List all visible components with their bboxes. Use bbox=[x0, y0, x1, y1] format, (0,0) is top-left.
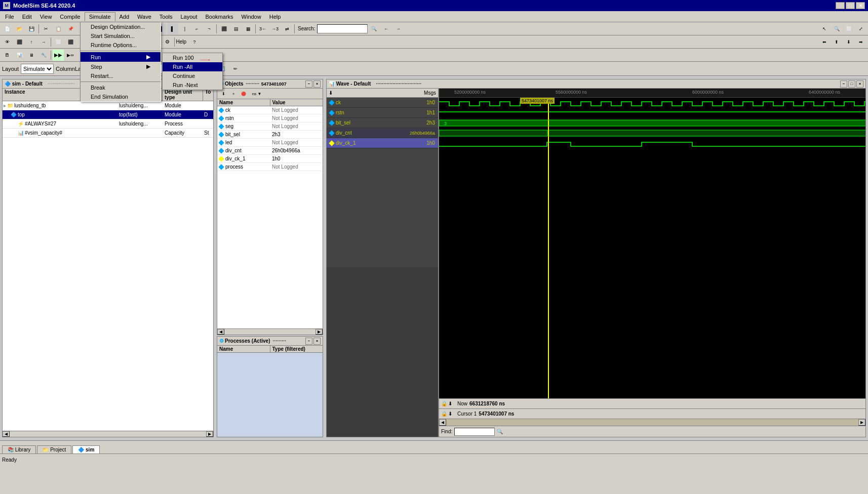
toolbar-more1[interactable]: ⬛ bbox=[218, 23, 229, 34]
run-100[interactable]: Run 100 bbox=[163, 53, 222, 62]
tb2-more1[interactable]: ⬜ bbox=[53, 36, 64, 48]
menu-tools[interactable]: Tools bbox=[155, 13, 177, 21]
obj-expand[interactable]: + bbox=[229, 90, 238, 98]
maximize-button[interactable]: □ bbox=[846, 2, 855, 9]
objects-panel-x[interactable]: × bbox=[313, 80, 321, 88]
table-row[interactable]: ▸ 📁 lushuideng_tb lushuideng... Module bbox=[3, 101, 213, 110]
close-button[interactable]: ✕ bbox=[856, 2, 865, 9]
tb2-right[interactable]: → bbox=[38, 36, 49, 48]
list-item[interactable]: ck Not Logged bbox=[217, 106, 323, 114]
tb2-far4[interactable]: ➡ bbox=[855, 36, 866, 48]
toolbar-new[interactable]: 📄 bbox=[2, 23, 13, 34]
obj-add[interactable]: 🔴 bbox=[239, 90, 248, 98]
table-row[interactable]: ⚡ #ALWAYS#27 lushuideng... Process bbox=[3, 119, 213, 129]
menu-help[interactable]: Help bbox=[265, 13, 285, 21]
search-go[interactable]: 🔍 bbox=[368, 23, 379, 34]
tab-sim[interactable]: 🔷 sim bbox=[72, 445, 100, 454]
table-row[interactable]: 🔷 top top(fast) Module D bbox=[3, 110, 213, 119]
search-input[interactable] bbox=[317, 24, 368, 33]
toolbar-open[interactable]: 📂 bbox=[14, 23, 25, 34]
toolbar-wave5[interactable]: ⌐ bbox=[191, 23, 203, 34]
menu-add[interactable]: Add bbox=[115, 13, 134, 21]
menu-layout[interactable]: Layout bbox=[177, 13, 202, 21]
tb3-1[interactable]: 🖹 bbox=[2, 50, 13, 61]
menu-break[interactable]: Break bbox=[81, 83, 161, 92]
toolbar-wave6[interactable]: ¬ bbox=[204, 23, 215, 34]
run-all[interactable]: Run -All bbox=[163, 62, 222, 71]
menu-restart[interactable]: Restart... bbox=[81, 71, 161, 80]
toolbar-zoom3[interactable]: ⇄ bbox=[282, 23, 293, 34]
search-next[interactable]: → bbox=[392, 23, 404, 34]
toolbar-zoom1[interactable]: 3← bbox=[257, 23, 268, 34]
tb2-2[interactable]: ⬛ bbox=[14, 36, 25, 48]
obj-ns[interactable]: ns ▼ bbox=[249, 90, 264, 98]
pointer-tool[interactable]: ↖ bbox=[819, 23, 830, 34]
tb3-3[interactable]: 🖥 bbox=[26, 50, 37, 61]
toolbar-more3[interactable]: ▦ bbox=[243, 23, 254, 34]
tb3-2[interactable]: 📊 bbox=[14, 50, 25, 61]
toolbar-paste[interactable]: 📌 bbox=[65, 23, 76, 34]
tb2-far2[interactable]: ⬆ bbox=[831, 36, 842, 48]
wave-panel-close[interactable]: − bbox=[840, 80, 847, 88]
zoom-tool[interactable]: 🔍 bbox=[831, 23, 842, 34]
toolbar-save[interactable]: 💾 bbox=[26, 23, 37, 34]
tb2-more2[interactable]: ⬛ bbox=[65, 36, 76, 48]
wave-panel-max[interactable]: □ bbox=[848, 80, 855, 88]
list-item[interactable]: div_ck_1 1h0 bbox=[217, 155, 323, 163]
list-item[interactable]: process Not Logged bbox=[217, 163, 323, 171]
run-continue[interactable]: Continue bbox=[163, 71, 222, 80]
wave-signal-row[interactable]: div_cnt 26h0b4966a bbox=[327, 128, 438, 138]
layout-btn5[interactable]: ✏ bbox=[230, 63, 241, 74]
run-next[interactable]: Run -Next bbox=[163, 80, 222, 90]
menu-compile[interactable]: Compile bbox=[56, 13, 84, 21]
table-row[interactable]: 📊 #vsim_capacity# Capacity St bbox=[3, 129, 213, 138]
minimize-button[interactable]: _ bbox=[836, 2, 845, 9]
tb3-4[interactable]: 🔧 bbox=[38, 50, 49, 61]
menu-run[interactable]: Run ▶ bbox=[81, 52, 161, 62]
tb2-1[interactable]: 👁 bbox=[2, 36, 13, 48]
tb2-far3[interactable]: ⬇ bbox=[843, 36, 854, 48]
find-input[interactable] bbox=[454, 428, 495, 436]
list-item[interactable]: led Not Logged bbox=[217, 139, 323, 147]
help-btn[interactable]: ? bbox=[189, 36, 200, 48]
menu-simulate[interactable]: Simulate bbox=[85, 12, 115, 21]
find-go[interactable]: 🔍 bbox=[495, 428, 504, 436]
tab-project[interactable]: 📁 Project bbox=[37, 445, 71, 454]
run-all-btn[interactable]: ▶∞ bbox=[65, 50, 76, 61]
toolbar-more2[interactable]: ▤ bbox=[230, 23, 242, 34]
list-item[interactable]: div_cnt 26h0b4966a bbox=[217, 147, 323, 155]
proc-panel-close[interactable]: − bbox=[305, 338, 312, 345]
run-btn[interactable]: ▶▶ bbox=[53, 50, 64, 61]
wave-hscroll[interactable]: ◀ ▶ bbox=[439, 419, 865, 426]
menu-start-simulation[interactable]: Start Simulation... bbox=[81, 31, 161, 40]
menu-bookmarks[interactable]: Bookmarks bbox=[202, 13, 238, 21]
tb2-icon[interactable]: ⚙ bbox=[162, 36, 173, 48]
objects-hscroll[interactable]: ◀ ▶ bbox=[217, 328, 323, 335]
wave-panel-x[interactable]: × bbox=[856, 80, 863, 88]
wave-signal-row[interactable]: ck 1h0 bbox=[327, 98, 438, 108]
tb2-far1[interactable]: ⬅ bbox=[819, 36, 830, 48]
wave-signal-row-selected[interactable]: div_ck_1 1h0 bbox=[327, 138, 438, 148]
toolbar-wave4[interactable]: | bbox=[179, 23, 190, 34]
tab-library[interactable]: 📚 Library bbox=[2, 445, 36, 454]
list-item[interactable]: bit_sel 2h3 bbox=[217, 131, 323, 139]
menu-wave[interactable]: Wave bbox=[133, 13, 155, 21]
search-prev[interactable]: ← bbox=[380, 23, 391, 34]
menu-window[interactable]: Window bbox=[238, 13, 265, 21]
menu-edit[interactable]: Edit bbox=[18, 13, 36, 21]
list-item[interactable]: seg Not Logged bbox=[217, 122, 323, 131]
toolbar-copy[interactable]: 📋 bbox=[53, 23, 64, 34]
sim-hscroll[interactable]: ◀ ▶ bbox=[3, 431, 213, 437]
menu-view[interactable]: View bbox=[36, 13, 56, 21]
tb2-up[interactable]: ↑ bbox=[26, 36, 37, 48]
select-tool[interactable]: ⬜ bbox=[843, 23, 854, 34]
wave-signal-row[interactable]: rstn 1h1 bbox=[327, 108, 438, 118]
list-item[interactable]: rstn Not Logged bbox=[217, 114, 323, 122]
menu-design-optimization[interactable]: Design Optimization... bbox=[81, 22, 161, 31]
toolbar-zoom2[interactable]: →3 bbox=[269, 23, 281, 34]
objects-panel-close[interactable]: − bbox=[305, 80, 312, 88]
toolbar-cut[interactable]: ✂ bbox=[41, 23, 52, 34]
menu-end-simulation[interactable]: End Simulation bbox=[81, 92, 161, 101]
obj-filter[interactable]: ⬇ bbox=[219, 90, 228, 98]
menu-runtime-options[interactable]: Runtime Options... bbox=[81, 40, 161, 50]
